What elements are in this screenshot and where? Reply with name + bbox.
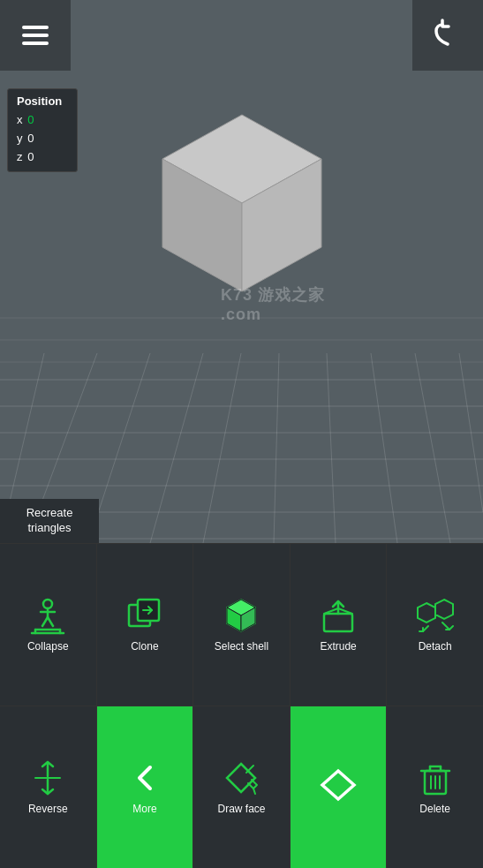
undo-icon (430, 18, 465, 53)
toolbar-row-1: Collapse Clone (0, 543, 483, 706)
recreate-triangles-label: Recreatetriangles (0, 499, 99, 543)
svg-marker-55 (322, 771, 354, 799)
reverse-label: Reverse (28, 803, 68, 815)
position-panel: Position x 0 y 0 z 0 (7, 88, 78, 172)
toolbar-row-2: Reverse More Draw face (0, 706, 483, 868)
svg-line-13 (327, 353, 336, 543)
svg-point-23 (43, 600, 52, 608)
clone-label: Clone (131, 640, 158, 653)
select-shell-icon (222, 596, 260, 635)
svg-line-54 (253, 789, 255, 794)
svg-line-26 (42, 617, 48, 626)
svg-line-15 (415, 353, 450, 543)
svg-line-14 (371, 353, 397, 543)
diamond-button[interactable] (291, 706, 388, 868)
draw-face-label: Draw face (217, 803, 265, 815)
draw-face-button[interactable]: Draw face (193, 706, 291, 868)
clone-button[interactable]: Clone (97, 544, 194, 706)
coord-x: x 0 (17, 111, 68, 130)
extrude-icon (319, 596, 358, 635)
reverse-icon (28, 759, 67, 797)
clone-icon (125, 596, 164, 635)
undo-button[interactable] (412, 0, 483, 71)
3d-viewport[interactable]: Position x 0 y 0 z 0 K73 游戏之家.com (0, 0, 483, 543)
svg-line-11 (203, 353, 241, 543)
collapse-label: Collapse (27, 640, 69, 653)
extrude-label: Extrude (320, 640, 356, 653)
delete-icon (416, 759, 455, 797)
coord-y: y 0 (17, 130, 68, 148)
toolbar: Collapse Clone (0, 543, 483, 868)
diamond-icon (319, 766, 358, 804)
detach-icon (416, 596, 455, 635)
svg-line-10 (150, 353, 203, 543)
svg-marker-46 (435, 600, 453, 619)
hamburger-icon (22, 26, 49, 45)
3d-cube (145, 106, 339, 318)
more-button[interactable]: More (97, 706, 194, 868)
collapse-icon (28, 596, 67, 635)
delete-label: Delete (419, 803, 450, 815)
svg-rect-41 (324, 614, 352, 631)
more-label: More (132, 803, 156, 815)
svg-line-48 (442, 623, 449, 630)
reverse-button[interactable]: Reverse (0, 706, 97, 868)
select-shell-label: Select shell (215, 640, 268, 653)
collapse-button[interactable]: Collapse (0, 544, 97, 706)
extrude-button[interactable]: Extrude (291, 544, 388, 706)
svg-line-12 (274, 353, 279, 543)
cube-svg (145, 106, 339, 318)
select-shell-button[interactable]: Select shell (193, 544, 291, 706)
draw-face-icon (222, 759, 260, 797)
detach-label: Detach (419, 640, 452, 653)
more-icon (125, 759, 164, 797)
position-title: Position (17, 94, 68, 108)
coord-z: z 0 (17, 148, 68, 167)
menu-button[interactable] (0, 0, 71, 71)
detach-button[interactable]: Detach (387, 544, 483, 706)
delete-button[interactable]: Delete (387, 706, 483, 868)
svg-line-27 (48, 617, 53, 626)
recreate-label-text: Recreatetriangles (26, 506, 73, 534)
svg-marker-45 (418, 603, 435, 623)
